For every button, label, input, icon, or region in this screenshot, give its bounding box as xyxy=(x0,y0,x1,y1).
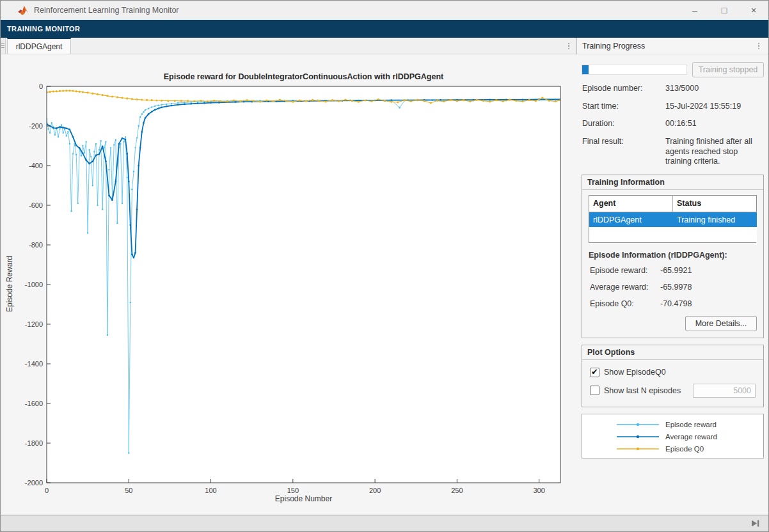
legend-entry-average-reward[interactable]: Average reward xyxy=(615,432,763,442)
panel-header: Training Progress ⋮ xyxy=(577,38,768,54)
legend-label: Episode reward xyxy=(665,421,717,428)
average-reward-row: Average reward: -65.9978 xyxy=(590,283,757,292)
training-progress-bar xyxy=(582,65,687,75)
show-last-n-row: Show last N episodes xyxy=(590,384,756,398)
training-stopped-button[interactable]: Training stopped xyxy=(692,62,764,77)
svg-text:-200: -200 xyxy=(29,122,43,130)
maximize-button[interactable]: □ xyxy=(710,1,739,20)
svg-text:0: 0 xyxy=(45,487,49,494)
table-empty-row xyxy=(589,227,757,242)
panel-body: Training stopped Episode number: 313/500… xyxy=(577,54,768,516)
content-area: rlDDPGAgent ⋮ Episode reward for DoubleI… xyxy=(1,38,768,516)
document-tabstrip: rlDDPGAgent ⋮ xyxy=(1,38,576,54)
svg-text:0: 0 xyxy=(39,82,43,90)
svg-text:-600: -600 xyxy=(29,201,43,209)
figure-panel: rlDDPGAgent ⋮ Episode reward for DoubleI… xyxy=(1,38,577,516)
close-button[interactable]: × xyxy=(739,1,768,20)
episode-q0-row: Episode Q0: -70.4798 xyxy=(590,299,757,308)
final-result-label: Final result: xyxy=(582,137,665,167)
legend-entry-episode-reward[interactable]: Episode reward xyxy=(615,419,763,430)
status-column-header[interactable]: Status xyxy=(673,195,757,212)
svg-text:-1400: -1400 xyxy=(25,360,43,368)
tab-training-monitor[interactable]: TRAINING MONITOR xyxy=(1,25,86,33)
legend-line-sample xyxy=(615,444,660,454)
expand-panel-icon[interactable] xyxy=(751,520,759,527)
svg-text:-1000: -1000 xyxy=(25,281,43,288)
svg-text:-400: -400 xyxy=(29,162,43,169)
svg-text:150: 150 xyxy=(287,487,299,494)
episode-reward-row: Episode reward: -65.9921 xyxy=(590,266,757,275)
svg-text:-2000: -2000 xyxy=(25,479,43,487)
panel-overflow-icon[interactable]: ⋮ xyxy=(753,41,765,51)
svg-text:250: 250 xyxy=(451,487,463,494)
window-title: Reinforcement Learning Training Monitor xyxy=(34,6,179,15)
status-cell[interactable]: Training finished xyxy=(673,212,757,227)
tab-grip-handle[interactable] xyxy=(1,38,6,54)
show-episodeq0-checkbox[interactable] xyxy=(590,368,599,377)
episode-information-title: Episode Information (rlDDPGAgent): xyxy=(589,251,757,260)
window-controls: – □ × xyxy=(680,1,768,20)
more-details-button[interactable]: More Details... xyxy=(685,316,757,331)
start-time-row: Start time: 15-Jul-2024 15:55:19 xyxy=(582,102,763,112)
training-information-section: Training Information Agent Status xyxy=(582,175,764,338)
show-last-n-checkbox[interactable] xyxy=(590,386,599,395)
episode-reward-label: Episode reward: xyxy=(590,266,660,275)
svg-text:300: 300 xyxy=(533,487,544,494)
episode-number-row: Episode number: 313/5000 xyxy=(582,84,763,94)
start-time-value: 15-Jul-2024 15:55:19 xyxy=(665,102,763,112)
training-progress-panel: Training Progress ⋮ Training stopped Epi… xyxy=(577,38,768,516)
average-reward-label: Average reward: xyxy=(590,283,660,292)
training-information-body: Agent Status rlDDPGAgent Training finish… xyxy=(582,190,763,338)
tabstrip-overflow-icon[interactable]: ⋮ xyxy=(561,38,576,54)
start-time-label: Start time: xyxy=(582,102,665,112)
toolstrip: TRAINING MONITOR xyxy=(1,20,768,38)
reward-figure: Episode reward for DoubleIntegratorConti… xyxy=(1,54,577,516)
episode-q0-label: Episode Q0: xyxy=(590,299,660,308)
show-last-n-label: Show last N episodes xyxy=(604,386,681,395)
legend-line-sample xyxy=(615,432,660,442)
plot-options-title: Plot Options xyxy=(582,345,763,360)
minimize-button[interactable]: – xyxy=(680,1,710,20)
tab-rlddpgagent[interactable]: rlDDPGAgent xyxy=(7,38,71,54)
agent-status-table[interactable]: Agent Status rlDDPGAgent Training finish… xyxy=(589,195,757,243)
average-reward-value: -65.9978 xyxy=(660,283,692,292)
chart-legend: Episode rewardAverage rewardEpisode Q0 xyxy=(582,414,764,458)
last-n-episodes-input[interactable] xyxy=(693,384,756,398)
agent-cell[interactable]: rlDDPGAgent xyxy=(589,212,673,227)
svg-text:200: 200 xyxy=(369,487,381,494)
svg-text:-1600: -1600 xyxy=(25,400,43,407)
episode-number-value: 313/5000 xyxy=(665,84,763,94)
agent-column-header[interactable]: Agent xyxy=(589,195,673,212)
progress-fill xyxy=(582,65,589,74)
title-bar: Reinforcement Learning Training Monitor … xyxy=(1,1,768,20)
svg-text:100: 100 xyxy=(205,487,216,494)
reward-chart: 0501001502002503000-200-400-600-800-1000… xyxy=(1,54,577,516)
table-row-rlddpgagent[interactable]: rlDDPGAgent Training finished xyxy=(589,212,757,227)
duration-row: Duration: 00:16:51 xyxy=(582,119,763,129)
progress-row: Training stopped xyxy=(582,62,764,77)
plot-options-section: Plot Options Show EpisodeQ0 Show last N … xyxy=(582,345,764,407)
status-bar xyxy=(1,515,768,531)
panel-title: Training Progress xyxy=(582,42,645,51)
duration-label: Duration: xyxy=(582,119,665,129)
final-result-value: Training finished after all agents reach… xyxy=(665,137,763,167)
show-episodeq0-row: Show EpisodeQ0 xyxy=(590,368,756,377)
svg-text:-1800: -1800 xyxy=(25,439,43,447)
svg-text:50: 50 xyxy=(125,487,132,494)
episode-number-label: Episode number: xyxy=(582,84,665,94)
duration-value: 00:16:51 xyxy=(665,119,763,129)
episode-q0-value: -70.4798 xyxy=(660,299,692,308)
episode-reward-value: -65.9921 xyxy=(660,266,692,275)
legend-label: Average reward xyxy=(665,433,717,441)
matlab-logo-icon xyxy=(17,4,29,16)
legend-entry-episode-q0[interactable]: Episode Q0 xyxy=(615,444,763,454)
legend-line-sample xyxy=(615,419,660,430)
svg-text:-800: -800 xyxy=(29,241,43,249)
show-episodeq0-label: Show EpisodeQ0 xyxy=(604,368,666,377)
final-result-row: Final result: Training finished after al… xyxy=(582,137,763,167)
training-information-title: Training Information xyxy=(582,175,763,190)
svg-text:-1200: -1200 xyxy=(25,320,43,328)
legend-label: Episode Q0 xyxy=(665,445,704,453)
app-window: Reinforcement Learning Training Monitor … xyxy=(0,0,769,532)
